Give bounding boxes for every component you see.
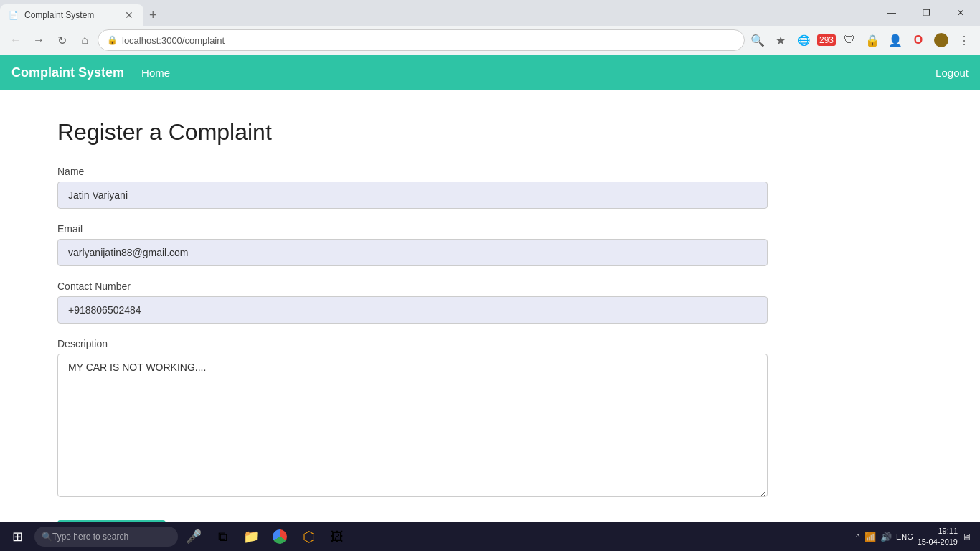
- app-brand: Complaint System: [11, 65, 124, 80]
- taskbar-app4-button[interactable]: 🖼: [324, 524, 350, 550]
- ext3-button[interactable]: 🛡: [839, 30, 859, 50]
- home-button[interactable]: ⌂: [75, 30, 95, 50]
- address-bar[interactable]: 🔒 localhost:3000/complaint: [98, 29, 745, 51]
- lock-icon: 🔒: [107, 35, 118, 45]
- tab-close-button[interactable]: ✕: [123, 9, 135, 21]
- taskbar-search-box[interactable]: 🔍 Type here to search: [34, 527, 178, 547]
- ext1-button[interactable]: 🌐: [793, 30, 814, 50]
- active-tab[interactable]: 📄 Complaint System ✕: [0, 4, 143, 26]
- contact-input[interactable]: [57, 296, 768, 324]
- taskbar-wifi-icon: 📶: [864, 532, 876, 542]
- app-navbar: Complaint System Home Logout: [0, 55, 980, 90]
- page-title: Register a Complaint: [57, 119, 923, 146]
- menu-button[interactable]: ⋮: [954, 30, 974, 50]
- refresh-button[interactable]: ↻: [52, 30, 72, 50]
- taskbar-search-text: Type here to search: [52, 532, 128, 542]
- home-nav-link[interactable]: Home: [141, 67, 170, 79]
- taskbar-time: 19:11: [918, 526, 958, 537]
- contact-field-group: Contact Number: [57, 281, 923, 324]
- tab-page-icon: 📄: [9, 11, 19, 20]
- bookmark-star-button[interactable]: ★: [771, 30, 791, 50]
- taskbar-right-area: ^ 📶 🔊 ENG 19:11 15-04-2019 🖥: [856, 526, 977, 548]
- taskbar-volume-icon[interactable]: 🔊: [880, 532, 892, 542]
- taskbar-date: 15-04-2019: [918, 537, 958, 547]
- taskbar-explorer-button[interactable]: 📁: [238, 524, 264, 550]
- taskbar-lang: ENG: [896, 532, 913, 541]
- ext5-button[interactable]: 👤: [885, 30, 905, 50]
- window-controls: — ❐ ✕: [872, 0, 980, 26]
- search-icon-btn[interactable]: 🔍: [748, 30, 768, 50]
- new-tab-button[interactable]: +: [143, 4, 163, 26]
- taskbar: ⊞ 🔍 Type here to search 🎤 ⧉ 📁 ⬡ 🖼 ^ 📶 🔊 …: [0, 522, 980, 551]
- address-bar-row: ← → ↻ ⌂ 🔒 localhost:3000/complaint 🔍 ★ 🌐…: [0, 26, 980, 55]
- email-input[interactable]: [57, 239, 768, 266]
- taskbar-time-area: 19:11 15-04-2019: [918, 526, 958, 548]
- back-button[interactable]: ←: [6, 30, 26, 50]
- tab-label: Complaint System: [24, 10, 118, 20]
- email-field-group: Email: [57, 223, 923, 266]
- main-content: Register a Complaint Name Email Contact …: [0, 90, 980, 522]
- ext2-button[interactable]: 293: [816, 30, 837, 50]
- description-label: Description: [57, 338, 923, 349]
- url-text: localhost:3000/complaint: [122, 35, 735, 46]
- profile-button[interactable]: [931, 30, 951, 50]
- taskbar-chrome-button[interactable]: [267, 524, 293, 550]
- name-field-group: Name: [57, 166, 923, 209]
- taskbar-app3-button[interactable]: ⬡: [296, 524, 321, 550]
- name-label: Name: [57, 166, 923, 177]
- start-button[interactable]: ⊞: [3, 524, 32, 550]
- opera-button[interactable]: O: [908, 30, 928, 50]
- forward-button[interactable]: →: [29, 30, 49, 50]
- taskbar-arrow-icon[interactable]: ^: [856, 532, 860, 542]
- toolbar-icons: 🔍 ★ 🌐 293 🛡 🔒 👤 O ⋮: [748, 30, 974, 50]
- description-textarea[interactable]: [57, 354, 768, 497]
- name-input[interactable]: [57, 182, 768, 209]
- ext4-button[interactable]: 🔒: [862, 30, 882, 50]
- contact-label: Contact Number: [57, 281, 923, 292]
- close-button[interactable]: ✕: [944, 2, 977, 24]
- taskbar-mic-button[interactable]: 🎤: [181, 524, 207, 550]
- taskbar-taskview-button[interactable]: ⧉: [209, 524, 235, 550]
- email-label: Email: [57, 223, 923, 235]
- maximize-button[interactable]: ❐: [910, 2, 943, 24]
- logout-button[interactable]: Logout: [936, 67, 969, 79]
- taskbar-desktop-button[interactable]: 🖥: [962, 532, 971, 542]
- minimize-button[interactable]: —: [875, 2, 908, 24]
- description-field-group: Description: [57, 338, 923, 500]
